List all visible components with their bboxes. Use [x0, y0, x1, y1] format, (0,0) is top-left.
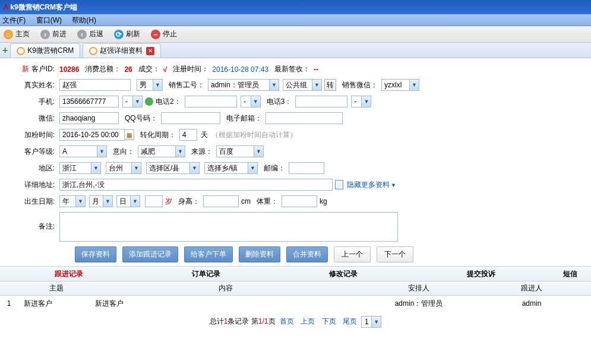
email-input[interactable] — [266, 112, 343, 124]
chevron-down-icon: ▼ — [103, 196, 112, 207]
hide-more-link[interactable]: 隐藏更多资料▼ — [347, 180, 396, 190]
tab-crm-home[interactable]: K9微营销CRM — [10, 43, 80, 58]
chevron-down-icon: ▼ — [269, 80, 279, 90]
spend-total: 26 — [124, 65, 132, 74]
height-input[interactable] — [203, 195, 239, 207]
level-select[interactable]: A▼ — [59, 145, 107, 157]
col-topic: 主题 — [18, 283, 95, 293]
town-select[interactable]: 选择乡/镇▼ — [204, 162, 258, 174]
transfer-button[interactable]: 转 — [324, 79, 336, 91]
menu-window[interactable]: 窗口(W) — [36, 16, 62, 24]
chevron-down-icon: ▼ — [361, 96, 371, 107]
menu-file[interactable]: 文件(F) — [2, 16, 26, 24]
gender-select[interactable]: 男▼ — [137, 79, 163, 91]
group-select[interactable]: 公共组▼ — [283, 79, 322, 91]
close-tab-icon[interactable]: ✕ — [146, 47, 154, 55]
chevron-down-icon: ▼ — [254, 146, 263, 157]
record-tabs: 跟进记录 订单记录 修改记录 提交投诉 短信 — [0, 266, 591, 281]
doc-icon[interactable] — [335, 180, 343, 189]
wechat-input[interactable] — [59, 112, 119, 124]
new-tab-button[interactable]: + — [2, 45, 8, 56]
tab-modify-records[interactable]: 修改记录 — [275, 269, 412, 279]
table-row[interactable]: 1 新进客户 新进客户 admin：管理员 admin — [0, 296, 591, 311]
city-select[interactable]: 台州▼ — [106, 162, 141, 174]
online-status-icon — [145, 97, 153, 106]
app-logo-letter: Λ — [4, 3, 8, 11]
phone-input[interactable] — [59, 96, 119, 107]
age-input[interactable] — [145, 195, 163, 207]
next-button[interactable]: 下一个 — [377, 246, 413, 262]
phone2-input[interactable] — [185, 96, 237, 107]
forward-icon: › — [40, 30, 50, 39]
phone3-input[interactable] — [295, 96, 347, 107]
toolbar-stop[interactable]: –停止 — [151, 29, 177, 39]
conversion-cycle-input[interactable] — [179, 129, 197, 141]
chevron-down-icon: ▼ — [97, 146, 106, 157]
conv-hint: （根据加粉时间自动计算） — [211, 130, 297, 140]
intent-select[interactable]: 减肥▼ — [138, 145, 185, 157]
tab-follow-records[interactable]: 跟进记录 — [0, 269, 137, 279]
tab-customer-detail[interactable]: 赵强详细资料✕ — [83, 43, 161, 58]
back-icon: ‹ — [77, 30, 87, 39]
phone-area-select[interactable]: -▼ — [122, 96, 143, 107]
chevron-down-icon: ▼ — [130, 196, 140, 207]
pager-first[interactable]: 首页 — [280, 317, 294, 325]
menubar: 文件(F) 窗口(W) 帮助(H) — [0, 14, 591, 26]
sales-wechat-select[interactable]: yzxlxl▼ — [381, 79, 419, 91]
ring-icon — [17, 47, 25, 55]
order-button[interactable]: 给客户下单 — [184, 246, 233, 262]
tab-sms[interactable]: 短信 — [550, 269, 591, 279]
chevron-down-icon: ▼ — [153, 80, 162, 90]
pager-select[interactable]: 1▼ — [361, 316, 381, 328]
toolbar-back[interactable]: ‹后退 — [77, 29, 103, 39]
latest-sign: -- — [314, 65, 318, 74]
weight-input[interactable] — [282, 195, 317, 207]
tab-complaint[interactable]: 提交投诉 — [412, 269, 549, 279]
pager: 总计1条记录 第1/1页 首页 上页 下页 尾页 1▼ — [0, 311, 591, 333]
toolbar: ⌂主页 ›前进 ‹后退 ⟳刷新 –停止 — [0, 26, 591, 43]
real-name-input[interactable] — [59, 79, 131, 91]
phone3-area-select[interactable]: -▼ — [351, 96, 371, 107]
addfans-date-picker[interactable]: ▦ — [59, 129, 134, 141]
chevron-down-icon: ▼ — [189, 163, 199, 173]
toolbar-forward[interactable]: ›前进 — [40, 29, 67, 39]
district-select[interactable]: 选择区/县▼ — [146, 162, 200, 174]
toolbar-refresh[interactable]: ⟳刷新 — [114, 29, 140, 39]
phone2-area-select[interactable]: -▼ — [241, 96, 261, 107]
menu-help[interactable]: 帮助(H) — [72, 16, 96, 24]
qq-input[interactable] — [161, 112, 220, 124]
calendar-icon[interactable]: ▦ — [125, 129, 134, 140]
province-select[interactable]: 浙江▼ — [59, 162, 101, 174]
zip-input[interactable] — [289, 162, 324, 174]
chevron-down-icon: ▼ — [131, 163, 141, 173]
prev-button[interactable]: 上一个 — [334, 246, 371, 262]
source-select[interactable]: 百度▼ — [216, 145, 264, 157]
chevron-down-icon: ▼ — [175, 146, 185, 157]
save-button[interactable]: 保存资料 — [75, 246, 116, 262]
chevron-down-icon: ▼ — [409, 80, 419, 90]
day-select[interactable]: 日▼ — [116, 195, 140, 207]
register-time: 2016-10-28 07:43 — [212, 65, 268, 74]
notes-textarea[interactable] — [59, 212, 398, 242]
stop-icon: – — [151, 30, 160, 39]
ring-icon — [89, 47, 97, 55]
window-titlebar: Λ k9微营销CRM客户端 — [0, 0, 591, 14]
year-select[interactable]: 年▼ — [59, 195, 86, 207]
chevron-down-icon: ▼ — [312, 80, 321, 90]
merge-button[interactable]: 合并资料 — [286, 246, 328, 262]
delete-button[interactable]: 删除资料 — [239, 246, 280, 262]
pager-next[interactable]: 下页 — [322, 317, 336, 325]
toolbar-home[interactable]: ⌂主页 — [4, 29, 30, 39]
chevron-down-icon: ▼ — [248, 163, 257, 173]
month-select[interactable]: 月▼ — [89, 195, 113, 207]
customer-id: 10286 — [59, 65, 79, 74]
chevron-down-icon: ▼ — [75, 196, 85, 207]
agent-select[interactable]: admin：管理员▼ — [208, 79, 279, 91]
pager-last[interactable]: 尾页 — [343, 317, 357, 325]
customer-form: 新 客户ID: 10286 消费总额： 26 成交： √ 注册时间： 2016-… — [0, 58, 591, 262]
address-input[interactable] — [59, 179, 333, 191]
chevron-down-icon: ▼ — [132, 96, 142, 107]
pager-prev[interactable]: 上页 — [301, 317, 315, 325]
tab-order-records[interactable]: 订单记录 — [137, 269, 274, 279]
add-follow-button[interactable]: 添加跟进记录 — [122, 246, 178, 262]
